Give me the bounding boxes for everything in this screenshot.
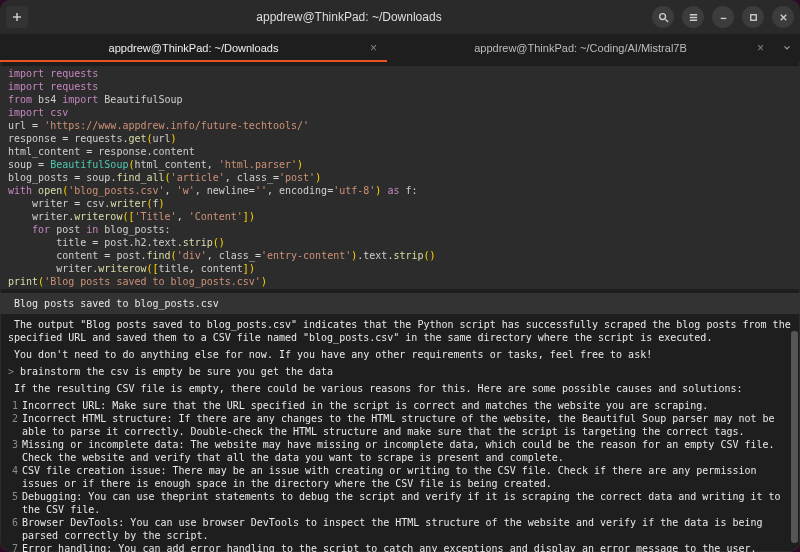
code-line: soup = BeautifulSoup(html_content, 'html…	[0, 158, 800, 171]
list-item: 7Error handling: You can add error handl…	[0, 542, 800, 552]
tab-dropdown-button[interactable]	[774, 34, 800, 62]
terminal-content[interactable]: import requests import requests from bs4…	[0, 62, 800, 552]
assistant-text: If the resulting CSV file is empty, ther…	[0, 382, 800, 395]
code-line: title = post.h2.text.strip()	[0, 236, 800, 249]
reasons-list: 1Incorrect URL: Make sure that the URL s…	[0, 399, 800, 552]
code-line: from bs4 import BeautifulSoup	[0, 93, 800, 106]
tab-label: appdrew@ThinkPad: ~/Downloads	[109, 42, 279, 54]
new-tab-button[interactable]	[6, 6, 28, 28]
code-line: url = 'https://www.appdrew.info/future-t…	[0, 119, 800, 132]
svg-rect-1	[750, 14, 756, 20]
scrollbar-thumb[interactable]	[791, 331, 798, 543]
tab-label: appdrew@ThinkPad: ~/Coding/AI/Mistral7B	[474, 42, 687, 54]
terminal-window: appdrew@ThinkPad: ~/Downloads appdrew@Th…	[0, 0, 800, 552]
svg-point-0	[659, 13, 665, 19]
assistant-text: You don't need to do anything else for n…	[0, 348, 800, 361]
tab-close-icon[interactable]: ×	[370, 41, 377, 55]
code-line: writer.writerow(['Title', 'Content'])	[0, 210, 800, 223]
tab-close-icon[interactable]: ×	[757, 41, 764, 55]
user-prompt-line: > brainstorm the csv is empty be sure yo…	[0, 365, 800, 378]
code-line: with open('blog_posts.csv', 'w', newline…	[0, 184, 800, 197]
list-item: 3Missing or incomplete data: The website…	[0, 438, 800, 464]
code-line: writer.writerow([title, content])	[0, 262, 800, 275]
close-button[interactable]	[772, 6, 794, 28]
code-line: import requests	[8, 81, 98, 92]
user-input: brainstorm the csv is empty be sure you …	[14, 366, 333, 377]
code-line: html_content = response.content	[0, 145, 800, 158]
list-item: 5Debugging: You can use theprint stateme…	[0, 490, 800, 516]
output-block: Blog posts saved to blog_posts.csv	[0, 293, 800, 314]
code-line: for post in blog_posts:	[0, 223, 800, 236]
code-line: response = requests.get(url)	[0, 132, 800, 145]
code-line: blog_posts = soup.find_all('article', cl…	[0, 171, 800, 184]
code-line: import requests	[8, 68, 98, 79]
code-line: content = post.find('div', class_='entry…	[0, 249, 800, 262]
list-item: 1Incorrect URL: Make sure that the URL s…	[0, 399, 800, 412]
titlebar: appdrew@ThinkPad: ~/Downloads	[0, 0, 800, 34]
tabbar: appdrew@ThinkPad: ~/Downloads × appdrew@…	[0, 34, 800, 62]
assistant-text: The output "Blog posts saved to blog_pos…	[0, 318, 800, 344]
code-block: import requests import requests from bs4…	[0, 66, 800, 289]
search-button[interactable]	[652, 6, 674, 28]
list-item: 4CSV file creation issue: There may be a…	[0, 464, 800, 490]
scrollbar[interactable]	[791, 66, 798, 548]
code-line: import csv	[8, 107, 68, 118]
maximize-button[interactable]	[742, 6, 764, 28]
code-line: writer = csv.writer(f)	[0, 197, 800, 210]
tab-mistral[interactable]: appdrew@ThinkPad: ~/Coding/AI/Mistral7B …	[387, 34, 774, 62]
minimize-button[interactable]	[712, 6, 734, 28]
output-line: Blog posts saved to blog_posts.csv	[0, 297, 800, 310]
tab-downloads[interactable]: appdrew@ThinkPad: ~/Downloads ×	[0, 34, 387, 62]
code-line: print('Blog posts saved to blog_posts.cs…	[0, 275, 800, 288]
list-item: 6Browser DevTools: You can use browser D…	[0, 516, 800, 542]
menu-button[interactable]	[682, 6, 704, 28]
list-item: 2Incorrect HTML structure: If there are …	[0, 412, 800, 438]
window-title: appdrew@ThinkPad: ~/Downloads	[52, 10, 646, 24]
